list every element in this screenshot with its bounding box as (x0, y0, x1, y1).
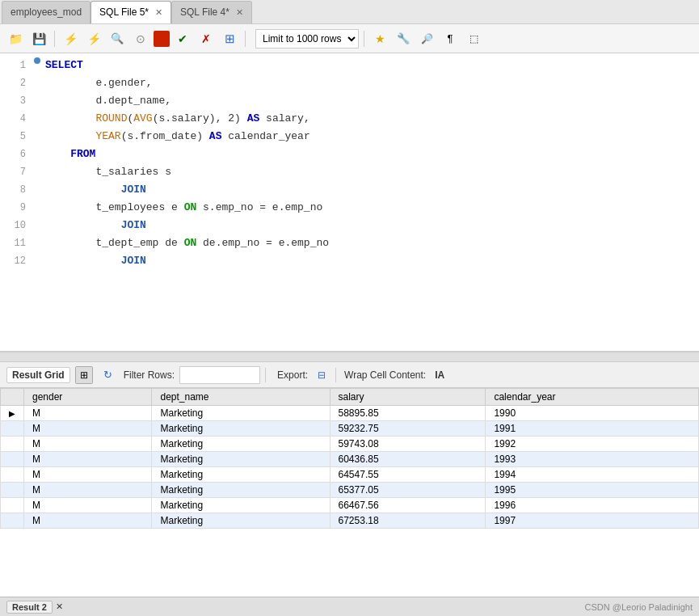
row-indicator (1, 467, 24, 483)
result-grid-tab[interactable]: Result Grid (6, 367, 70, 383)
export-button[interactable]: ⬚ (463, 28, 484, 49)
star-button[interactable]: ★ (369, 28, 390, 49)
sql-line-7: 7 t_salaries s (0, 163, 699, 181)
execute-current-button[interactable]: ⚡ (83, 28, 104, 49)
filter-rows-input[interactable] (179, 366, 260, 384)
sql-line-11: 11 t_dept_emp de ON de.emp_no = e.emp_no (0, 234, 699, 252)
line-number: 1 (0, 57, 32, 74)
cell-calendar_year: 1990 (486, 406, 699, 421)
tab-close-icon[interactable]: ✕ (236, 7, 243, 18)
sql-line-6: 6 FROM (0, 146, 699, 163)
cell-gender: M (24, 483, 152, 498)
sql-line-1: 1 SELECT (0, 57, 699, 74)
cell-gender: M (24, 467, 152, 483)
sql-text: e.gender, (45, 77, 153, 89)
cell-calendar_year: 1994 (486, 467, 699, 483)
circle-button[interactable]: ⊙ (130, 28, 151, 49)
row-indicator (1, 513, 24, 529)
refresh-button[interactable]: ↻ (98, 365, 119, 386)
line-content: e.gender, (42, 75, 699, 91)
cell-salary: 59743.08 (330, 437, 486, 452)
result-toolbar-sep (265, 368, 266, 382)
cell-calendar_year: 1992 (486, 437, 699, 452)
tab-sql-file-5[interactable]: SQL File 5* ✕ (91, 1, 171, 23)
check-button[interactable]: ✔ (172, 28, 193, 49)
open-folder-button[interactable]: 📁 (5, 28, 26, 49)
main-content: 1 SELECT 2 e.gender, 3 d.dept_name, 4 RO… (0, 53, 699, 616)
toolbar-separator-2 (245, 31, 246, 47)
magnify-button[interactable]: 🔎 (416, 28, 437, 49)
col-gender[interactable]: gender (24, 389, 152, 406)
filter-rows-label: Filter Rows: (124, 369, 175, 381)
sql-line-3: 3 d.dept_name, (0, 92, 699, 110)
cancel-button[interactable]: ✗ (196, 28, 217, 49)
cell-salary: 59232.75 (330, 421, 486, 437)
execute-button[interactable]: ⚡ (60, 28, 81, 49)
keyword-select: SELECT (45, 59, 83, 71)
sql-text (45, 112, 95, 124)
export-grid-button[interactable]: ⊟ (313, 366, 331, 384)
result-2-tab[interactable]: Result 2 (6, 601, 53, 614)
sql-text: t_employees e (45, 201, 184, 213)
search-button[interactable]: 🔍 (107, 28, 128, 49)
line-content: d.dept_name, (42, 93, 699, 109)
grid-button[interactable]: ⊞ (219, 28, 240, 49)
row-indicator (1, 437, 24, 452)
cell-calendar_year: 1991 (486, 421, 699, 437)
sql-keyword-on: ON (184, 237, 197, 249)
sql-text: t_salaries s (45, 166, 171, 178)
table-row: MMarketing59743.081992 (1, 437, 699, 452)
save-button[interactable]: 💾 (28, 28, 49, 49)
para-button[interactable]: ¶ (440, 28, 461, 49)
sql-text (45, 184, 121, 196)
tab-sql-file-4[interactable]: SQL File 4* ✕ (171, 1, 252, 23)
line-number: 11 (0, 235, 32, 251)
sql-keyword: AS (209, 130, 222, 142)
col-dept-name[interactable]: dept_name (152, 389, 330, 406)
line-number: 9 (0, 200, 32, 216)
line-content: SELECT (42, 57, 699, 74)
table-row: MMarketing64547.551994 (1, 467, 699, 483)
col-calendar-year[interactable]: calendar_year (486, 389, 699, 406)
limit-rows-select[interactable]: Limit to 1000 rows (255, 29, 359, 49)
result-toolbar-sep-2 (335, 368, 336, 382)
cell-calendar_year: 1996 (486, 498, 699, 513)
line-number: 5 (0, 129, 32, 145)
cell-salary: 58895.85 (330, 406, 486, 421)
sql-keyword: FROM (45, 148, 95, 160)
cell-salary: 65377.05 (330, 483, 486, 498)
wrap-cell-label: Wrap Cell Content: (344, 369, 426, 381)
cell-salary: 67253.18 (330, 513, 486, 529)
red-square-button[interactable] (154, 31, 170, 47)
table-header-row: gender dept_name salary calendar_year (1, 389, 699, 406)
wrap-cell-button[interactable]: IA (431, 366, 448, 384)
cell-calendar_year: 1993 (486, 452, 699, 467)
tab-close-icon[interactable]: ✕ (155, 7, 162, 18)
line-content: JOIN (42, 253, 699, 269)
table-row: MMarketing66467.561996 (1, 498, 699, 513)
form-view-button[interactable]: ⊞ (75, 366, 93, 384)
cell-gender: M (24, 421, 152, 437)
cell-gender: M (24, 406, 152, 421)
col-salary[interactable]: salary (330, 389, 486, 406)
cell-dept_name: Marketing (152, 452, 330, 467)
tab-label: employees_mod (11, 6, 82, 18)
close-result-icon[interactable]: ✕ (56, 601, 63, 612)
horizontal-scrollbar[interactable] (0, 352, 699, 362)
sword-button[interactable]: 🔧 (393, 28, 414, 49)
sql-keyword-join: JOIN (121, 184, 146, 196)
result-table-wrap: gender dept_name salary calendar_year ▶M… (0, 388, 699, 597)
result-tabs-bottom: Result 2 ✕ (6, 601, 63, 614)
sql-text (45, 130, 95, 142)
tab-employees-mod[interactable]: employees_mod (2, 1, 91, 23)
sql-line-4: 4 ROUND(AVG(s.salary), 2) AS salary, (0, 110, 699, 128)
sql-keyword: AS (247, 112, 260, 124)
sql-text: t_dept_emp de (45, 237, 184, 249)
table-row: MMarketing59232.751991 (1, 421, 699, 437)
cell-calendar_year: 1997 (486, 513, 699, 529)
cell-dept_name: Marketing (152, 498, 330, 513)
line-content: t_salaries s (42, 164, 699, 180)
cell-gender: M (24, 437, 152, 452)
line-number: 8 (0, 182, 32, 198)
sql-editor[interactable]: 1 SELECT 2 e.gender, 3 d.dept_name, 4 RO… (0, 53, 699, 352)
